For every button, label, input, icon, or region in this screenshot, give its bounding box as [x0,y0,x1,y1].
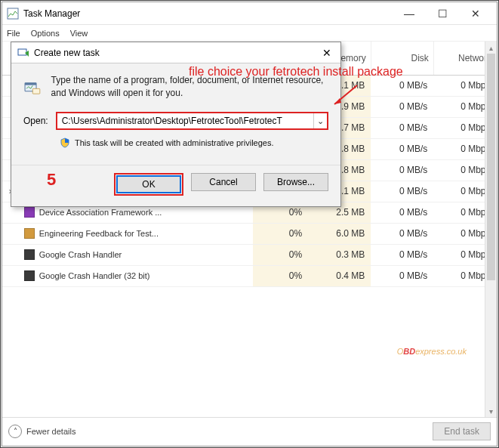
dialog-titlebar[interactable]: Create new task ✕ [11,42,340,63]
memory-cell: 6.0 MB [308,223,371,244]
process-name: Device Association Framework ... [39,208,162,217]
disk-cell: 0 MB/s [371,159,433,181]
process-name-cell: Engineering Feedback for Test... [18,223,254,244]
run-title-icon [17,47,29,59]
disk-cell: 0 MB/s [371,223,433,244]
expander-icon[interactable] [2,265,18,286]
taskmgr-icon [7,8,19,20]
dialog-title: Create new task [34,48,319,58]
process-name: Google Crash Handler (32 bit) [39,271,150,280]
svg-rect-3 [25,83,36,85]
svg-rect-4 [32,88,40,94]
expander-icon[interactable] [2,244,18,265]
ok-highlight-box: OK [114,173,183,196]
admin-privileges-note: This task will be created with administr… [60,137,328,148]
table-row[interactable]: Google Crash Handler (32 bit)0%0.4 MB0 M… [2,265,497,286]
shield-icon [60,137,70,148]
titlebar: Task Manager — ☐ ✕ [2,2,497,25]
browse-button[interactable]: Browse... [263,173,328,191]
chevron-down-icon[interactable]: ⌄ [313,113,327,128]
admin-note-text: This task will be created with administr… [75,138,274,147]
scrollbar-thumb[interactable] [487,54,495,280]
open-label: Open: [23,116,48,126]
minimize-button[interactable]: — [393,3,426,24]
process-name-cell: Google Crash Handler [18,244,254,265]
process-icon [24,228,35,239]
annotation-arrow-icon [331,82,361,112]
disk-cell: 0 MB/s [371,181,433,202]
memory-cell: 0.3 MB [308,244,371,265]
open-input[interactable] [57,113,313,128]
ok-button[interactable]: OK [116,175,181,193]
cancel-button[interactable]: Cancel [191,173,256,191]
cpu-cell: 0% [253,223,308,244]
watermark: OBDexpress.co.uk [397,345,467,357]
window-title: Task Manager [23,8,393,19]
disk-cell: 0 MB/s [371,202,433,223]
expander-icon[interactable] [2,223,18,244]
table-row[interactable]: Engineering Feedback for Test...0%6.0 MB… [2,223,497,244]
menu-file[interactable]: File [7,29,20,38]
svg-rect-1 [18,49,26,55]
process-name: Google Crash Handler [39,250,122,259]
dialog-close-icon[interactable]: ✕ [319,47,334,59]
process-icon [24,249,35,260]
memory-cell: 0.4 MB [308,265,371,286]
disk-cell: 0 MB/s [371,265,433,286]
disk-cell: 0 MB/s [371,96,433,117]
table-row[interactable]: Google Crash Handler0%0.3 MB0 MB/s0 Mbps [2,244,497,265]
svg-rect-0 [8,8,18,19]
maximize-button[interactable]: ☐ [426,3,459,24]
run-dialog-icon [23,74,42,101]
menu-options[interactable]: Options [31,29,60,38]
cpu-cell: 0% [253,244,308,265]
disk-cell: 0 MB/s [371,244,433,265]
open-combobox[interactable]: ⌄ [56,112,328,130]
scrollbar-down[interactable]: ▾ [485,405,497,417]
disk-cell: 0 MB/s [371,117,433,138]
fewer-details-label: Fewer details [26,427,75,436]
process-icon [24,207,35,218]
disk-cell: 0 MB/s [371,138,433,159]
statusbar: ˄ Fewer details End task [2,417,497,444]
vertical-scrollbar[interactable]: ▴ ▾ [485,42,497,417]
process-icon [24,270,35,281]
collapse-icon: ˄ [8,425,22,438]
end-task-button[interactable]: End task [433,422,491,440]
process-name: Engineering Feedback for Test... [39,229,159,238]
process-name-cell: Google Crash Handler (32 bit) [18,265,254,286]
window-controls: — ☐ ✕ [393,3,492,24]
dialog-button-row: OK Cancel Browse... [11,165,340,206]
cpu-cell: 0% [253,265,308,286]
menubar: File Options View [2,25,497,42]
scrollbar-up[interactable]: ▴ [485,42,497,54]
annotation-step-number: 5 [47,170,56,190]
annotation-instruction: file choice your fetrotech install packa… [189,65,403,79]
fewer-details-toggle[interactable]: ˄ Fewer details [8,425,75,438]
menu-view[interactable]: View [70,29,88,38]
close-button[interactable]: ✕ [459,3,492,24]
